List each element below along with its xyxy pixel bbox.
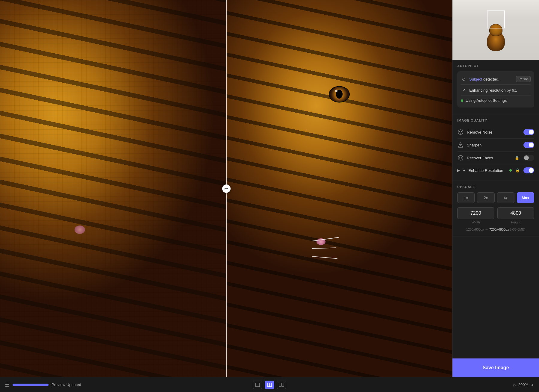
autopilot-settings-text: Using Autopilot Settings — [466, 98, 531, 103]
svg-rect-13 — [282, 383, 284, 387]
enhance-resolution-label: Enhance Resolution — [468, 168, 507, 173]
width-input-group: Width — [457, 207, 494, 224]
enhance-green-dot — [509, 169, 512, 172]
recover-faces-icon — [457, 155, 464, 161]
view-split-button[interactable] — [265, 381, 274, 389]
remove-noise-toggle[interactable] — [523, 129, 534, 135]
dimension-inputs-group: Width Height — [457, 207, 534, 224]
upscale-title: UPSCALE — [457, 185, 534, 189]
svg-rect-12 — [279, 383, 281, 387]
enhance-resolution-text: Enhancing resolution by 6x. — [469, 88, 531, 93]
thumbnail-selection-box — [487, 10, 505, 28]
toolbar-left: ☰ Preview Updated — [5, 382, 249, 388]
upscale-max-button[interactable]: Max — [517, 192, 534, 203]
toggle-knob-enhance — [529, 168, 534, 173]
toggle-knob — [529, 130, 534, 134]
comparison-divider[interactable] — [226, 0, 227, 377]
divider-handle[interactable] — [222, 184, 231, 193]
expand-arrows-icon: ↗ — [461, 87, 467, 93]
upscale-2x-button[interactable]: 2x — [477, 192, 494, 203]
image-quality-title: IMAGE QUALITY — [457, 119, 534, 122]
width-input[interactable] — [457, 207, 494, 219]
resolution-size: (~35.0MB) — [510, 228, 526, 231]
upscale-buttons-group: 1x 2x 4x Max — [457, 192, 534, 203]
recover-faces-row: Recover Faces 🔒 — [457, 152, 534, 164]
expand-icon[interactable]: ▶ — [457, 168, 460, 172]
image-compare-container — [0, 0, 452, 377]
svg-point-7 — [459, 157, 460, 158]
recover-faces-label: Recover Faces — [467, 156, 512, 160]
recover-faces-toggle[interactable] — [523, 155, 534, 161]
thumbnail-background — [452, 0, 539, 60]
toggle-knob-sharpen — [529, 143, 534, 147]
bottom-toolbar: ☰ Preview Updated ⌕ 200% ▲ — [0, 377, 539, 392]
eye-iris — [329, 86, 350, 102]
zoom-icon: ⌕ — [513, 382, 516, 388]
tiger-eye-detail — [329, 86, 350, 102]
height-label: Height — [497, 220, 535, 224]
save-image-button[interactable]: Save Image — [452, 358, 539, 377]
autopilot-divider — [461, 84, 531, 85]
svg-point-3 — [461, 131, 462, 132]
toggle-knob-recover — [524, 155, 529, 160]
preview-updated-text: Preview Updated — [52, 382, 81, 387]
subject-detected-text: Subject detected. — [469, 77, 513, 81]
side-by-side-icon — [279, 383, 284, 387]
image-quality-section: IMAGE QUALITY Remove Noise — [452, 114, 539, 181]
height-input[interactable] — [497, 207, 535, 219]
face-icon-svg — [458, 155, 464, 161]
zoom-level-text: 200% — [518, 382, 528, 387]
enhance-resolution-row: ↗ Enhancing resolution by 6x. — [461, 85, 531, 95]
resolution-info: 1200x800px → 7200x4800px (~35.0MB) — [457, 226, 534, 232]
enhance-resolution-lock-icon: 🔒 — [515, 168, 520, 172]
single-view-icon — [255, 383, 260, 387]
sparkle-icon: ✦ — [462, 168, 466, 173]
thumb-body-shape — [487, 31, 505, 51]
enhance-resolution-toggle[interactable] — [523, 167, 534, 173]
image-thumbnail — [452, 0, 539, 60]
thumb-tiger-body — [485, 31, 506, 55]
autopilot-divider-2 — [461, 96, 531, 96]
autopilot-card: ⊙ Subject detected. Refine ↗ Enhancing r… — [457, 71, 534, 108]
resolution-to: 7200x4800px — [489, 228, 509, 231]
toolbar-right: ⌕ 200% ▲ — [290, 382, 534, 388]
remove-noise-row: Remove Noise — [457, 126, 534, 139]
sharpen-toggle[interactable] — [523, 142, 534, 148]
resolution-from: 1200x800px — [466, 228, 484, 231]
after-image-content — [226, 0, 452, 377]
width-label: Width — [457, 220, 494, 224]
nose-left — [75, 225, 85, 234]
panel-spacer — [452, 237, 539, 358]
autopilot-settings-row: Using Autopilot Settings — [461, 96, 531, 105]
resolution-arrow: → — [485, 228, 489, 231]
svg-point-6 — [458, 155, 463, 160]
sharpen-icon-svg — [458, 142, 464, 148]
height-input-group: Height — [497, 207, 535, 224]
progress-fill — [13, 384, 49, 386]
noise-icon-svg — [458, 129, 464, 135]
enhance-resolution-row: ▶ ✦ Enhance Resolution 🔒 — [457, 164, 534, 176]
upscale-1x-button[interactable]: 1x — [457, 192, 475, 203]
subject-icon: ⊙ — [461, 76, 467, 82]
image-after — [226, 0, 452, 377]
remove-noise-label: Remove Noise — [467, 130, 520, 134]
upscale-4x-button[interactable]: 4x — [497, 192, 514, 203]
pixel-grid-overlay — [0, 0, 226, 377]
menu-icon[interactable]: ☰ — [5, 382, 10, 388]
recover-faces-lock-icon: 🔒 — [515, 156, 519, 160]
autopilot-title: AUTOPILOT — [457, 64, 534, 68]
whisker-2 — [312, 248, 336, 249]
image-before — [0, 0, 226, 377]
refine-button[interactable]: Refine — [516, 76, 531, 82]
zoom-expand-icon[interactable]: ▲ — [531, 383, 534, 387]
svg-rect-9 — [255, 383, 260, 387]
eye-shine — [335, 90, 337, 92]
split-view-icon — [267, 383, 272, 387]
progress-bar — [13, 384, 49, 386]
upscale-section: UPSCALE 1x 2x 4x Max Width Height — [452, 181, 539, 237]
view-single-button[interactable] — [253, 381, 262, 389]
detected-text: detected. — [482, 77, 499, 81]
view-side-by-side-button[interactable] — [277, 381, 286, 389]
before-image-content — [0, 0, 226, 377]
svg-point-2 — [459, 131, 460, 132]
